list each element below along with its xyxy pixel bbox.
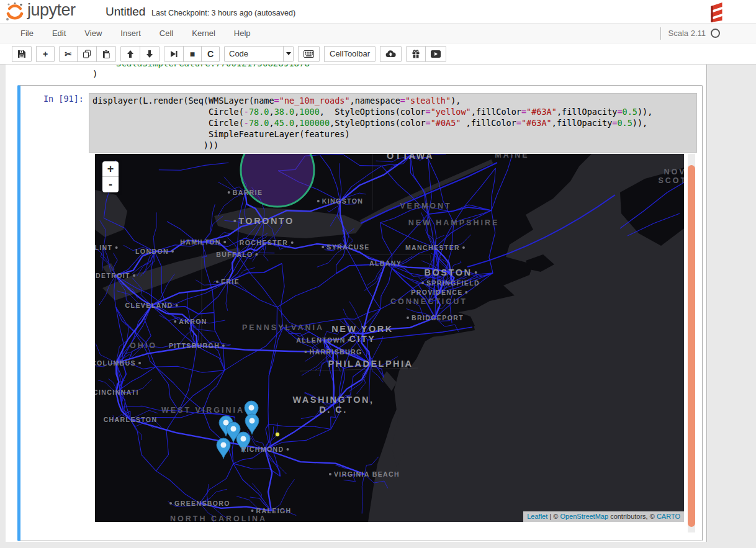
attribution-link[interactable]: CARTO [657,513,680,520]
notebook-title[interactable]: Untitled [106,5,145,19]
toolbar: + ✂ ■ C Code CellToolbar [0,43,756,65]
map-zoom-control: + - [102,161,119,192]
jupyter-wordmark: jupyter [27,1,76,20]
add-cell-icon: + [43,50,48,58]
attribution-link[interactable]: OpenStreetMap [560,513,608,520]
zoom-out-button[interactable]: - [102,177,119,192]
menu-item-cell[interactable]: Cell [150,24,182,43]
run-cell-button[interactable] [164,46,184,62]
kernel-idle-icon [711,29,720,38]
move-cell-up-button[interactable] [120,46,140,62]
add-cell-button[interactable]: + [36,46,55,62]
menu-item-view[interactable]: View [75,24,111,43]
video-icon [431,50,441,58]
attribution-text: | © [547,513,560,520]
kernel-name: Scala 2.11 [668,29,706,38]
zoom-in-button[interactable]: + [102,161,119,177]
checkpoint-status: Last Checkpoint: 3 hours ago (autosaved) [151,9,295,17]
stop-icon: ■ [190,50,195,58]
previous-cell-output-clipped: ScalaSimpleFeature:770012175682891878 [116,65,551,70]
notebook-container: ScalaSimpleFeature:770012175682891878 ) … [6,65,707,542]
cell-type-select[interactable]: Code [224,46,294,62]
move-up-icon [126,50,135,58]
paste-cell-button[interactable] [96,46,116,62]
save-button[interactable] [12,46,32,62]
select-caret-box [283,47,293,61]
attribution-link[interactable]: Leaflet [527,513,547,520]
input-prompt: In [91]: [25,94,84,104]
map-svg [95,154,684,522]
notebook-header: jupyter Untitled Last Checkpoint: 3 hour… [0,0,756,23]
copy-icon [83,50,91,58]
cloud-upload-icon [385,50,396,58]
menu-items: FileEditViewInsertCellKernelHelp [11,24,260,43]
leaflet-map[interactable]: OTTAWABARRIEKINGSTONTORONTOHAMILTONLONDO… [95,154,684,522]
command-palette-button[interactable] [298,46,320,62]
previous-output-text: ScalaSimpleFeature:770012175682891878 [116,65,551,68]
cut-cell-button[interactable]: ✂ [59,46,78,62]
jupyter-notebook-app: jupyter Untitled Last Checkpoint: 3 hour… [0,0,756,548]
interrupt-kernel-button[interactable]: ■ [183,46,202,62]
restart-icon: C [207,50,214,58]
map-attribution: Leaflet | © OpenStreetMap contributors, … [523,511,684,522]
move-down-icon [145,50,154,58]
run-icon [169,50,178,58]
attribution-text: contributors, © [608,513,657,520]
save-icon [17,50,26,58]
cell-toolbar-button[interactable]: CellToolbar [324,46,376,62]
notebook-page: ScalaSimpleFeature:770012175682891878 ) … [0,65,756,548]
kernel-indicator: Scala 2.11 [660,24,720,43]
video-button[interactable] [425,46,446,62]
cut-icon: ✂ [65,50,72,58]
paste-icon [102,50,110,58]
kernel-divider [660,27,661,40]
cell-type-value: Code [225,47,283,61]
map-small-circle [276,433,279,436]
keyboard-icon [304,50,314,58]
cloud-upload-button[interactable] [380,46,402,62]
previous-cell-close-paren: ) [92,69,97,79]
copy-cell-button[interactable] [77,46,97,62]
selected-code-cell[interactable]: In [91]: displayer(L.render(Seq(WMSLayer… [17,85,703,541]
menu-item-help[interactable]: Help [225,24,260,43]
menu-item-edit[interactable]: Edit [43,24,75,43]
menu-bar: FileEditViewInsertCellKernelHelp Scala 2… [0,23,756,43]
menu-item-insert[interactable]: Insert [111,24,150,43]
menu-item-kernel[interactable]: Kernel [182,24,225,43]
scala-logo [709,1,724,22]
move-cell-down-button[interactable] [140,46,160,62]
menu-item-file[interactable]: File [11,24,43,43]
restart-kernel-button[interactable]: C [201,46,220,62]
chevron-down-icon [286,52,291,55]
gift-button[interactable] [406,46,426,62]
output-scrollbar-track[interactable] [688,154,695,532]
gift-icon [412,50,420,58]
code-text: displayer(L.render(Seq(WMSLayer(name="ne… [89,94,696,152]
output-scrollbar-thumb[interactable] [688,165,695,527]
jupyter-logo-icon [5,2,25,22]
code-editor[interactable]: displayer(L.render(Seq(WMSLayer(name="ne… [89,93,697,153]
